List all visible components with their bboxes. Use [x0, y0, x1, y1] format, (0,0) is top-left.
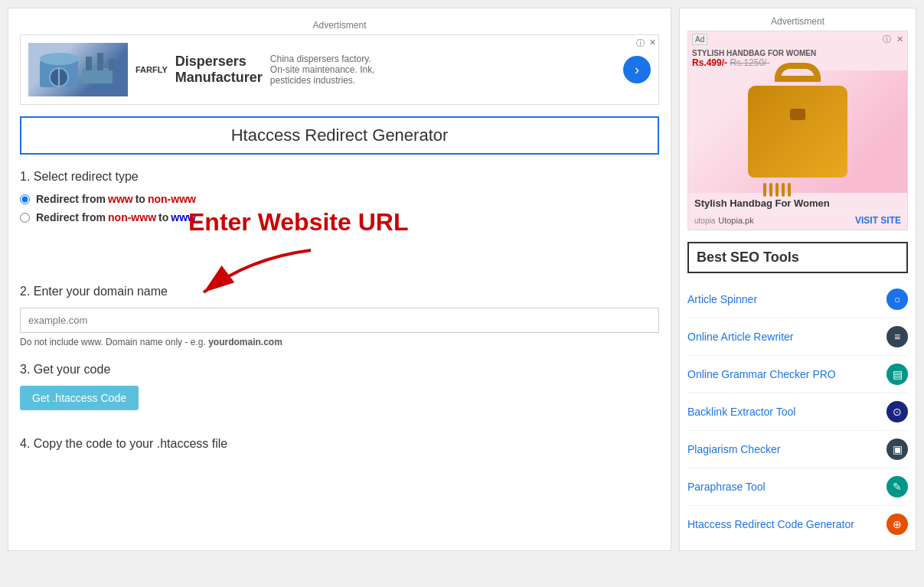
sidebar-ad-image — [688, 70, 907, 193]
tool-icon: ≡ — [886, 326, 908, 347]
sidebar-ad-brand: utopia Utopia.pk — [694, 216, 754, 225]
brand-logo-icon: utopia — [694, 217, 715, 225]
main-ad-banner: ⓘ ✕ FARFLY — [20, 34, 659, 105]
sidebar-ad-new-price: Rs.499/- — [692, 57, 727, 68]
tool-name[interactable]: Paraphrase Tool — [687, 481, 766, 493]
ad-description: China dispersers factory. On-site mainte… — [270, 54, 623, 86]
main-form: 1. Select redirect type Redirect from ww… — [20, 170, 659, 451]
domain-hint: Do not include www. Domain name only - e… — [20, 337, 659, 347]
page-title-box: Htaccess Redirect Generator — [20, 116, 659, 155]
ad-desc-line3: pesticides industries. — [270, 75, 355, 86]
handbag-clasp — [790, 109, 805, 120]
seo-tool-item[interactable]: Backlink Extractor Tool⊙ — [687, 393, 908, 431]
handbag-body — [748, 86, 847, 178]
ad-desc-line1: China dispersers factory. — [270, 54, 371, 64]
domain-input[interactable] — [20, 308, 659, 333]
seo-tools-title: Best SEO Tools — [697, 249, 899, 266]
radio1-before: Redirect from — [36, 193, 106, 205]
seo-tool-item[interactable]: Article Spinner○ — [687, 281, 908, 318]
brand-name: Utopia.pk — [718, 216, 753, 225]
sidebar-ad: Ad ⓘ ✕ STYLISH HANDBAG FOR WOMEN Rs.499/… — [687, 31, 908, 230]
ad-desc-line2: On-site maintenance. Ink, — [270, 64, 375, 75]
tool-name[interactable]: Online Grammar Checker PRO — [687, 368, 836, 380]
sidebar-ad-info-icon[interactable]: ⓘ — [883, 34, 891, 44]
section-get-code: 3. Get your code Get .htaccess Code — [20, 363, 659, 422]
ad-image — [28, 43, 128, 96]
ad-info-icon[interactable]: ⓘ — [636, 38, 645, 49]
sidebar-ad-controls: ⓘ ✕ — [883, 34, 903, 45]
svg-rect-6 — [97, 53, 103, 70]
page-title: Htaccess Redirect Generator — [29, 126, 650, 145]
svg-point-1 — [40, 53, 78, 65]
tool-icon: ✎ — [886, 476, 908, 497]
radio2-before: Redirect from — [36, 211, 106, 223]
radio1-to: to — [135, 193, 145, 205]
ad-close-icon[interactable]: ✕ — [649, 38, 656, 47]
radio-www-to-nonwww[interactable] — [20, 194, 30, 204]
radio2-www: www — [171, 211, 196, 223]
ad-title-line2: Manufacturer — [175, 70, 263, 86]
sidebar-ad-product-name: STYLISH HANDBAG FOR WOMEN — [688, 47, 907, 57]
ad-product-image — [28, 43, 128, 96]
radio2-nonwww: non-www — [108, 211, 156, 223]
tool-icon: ○ — [886, 289, 908, 310]
seo-tool-item[interactable]: Online Article Rewriter≡ — [687, 318, 908, 356]
sidebar-ad-bottom: utopia Utopia.pk VISIT SITE — [688, 210, 907, 230]
seo-tool-item[interactable]: Paraphrase Tool✎ — [687, 468, 908, 506]
tool-icon: ▣ — [886, 439, 908, 460]
section-copy-code: 4. Copy the code to your .htaccess file — [20, 437, 659, 451]
seo-tools-list: Article Spinner○Online Article Rewriter≡… — [687, 281, 908, 543]
ad-arrow-button[interactable]: › — [623, 56, 651, 83]
svg-rect-7 — [109, 59, 115, 70]
sidebar-ad-top: Ad ⓘ ✕ — [688, 31, 907, 47]
section4-title: 4. Copy the code to your .htaccess file — [20, 437, 659, 451]
section1-title: 1. Select redirect type — [20, 170, 659, 184]
get-code-button[interactable]: Get .htaccess Code — [20, 386, 139, 410]
seo-tool-item[interactable]: Plagiarism Checker▣ — [687, 431, 908, 468]
page-wrapper: Advertisment ⓘ ✕ — [0, 0, 924, 559]
domain-hint-example: yourdomain.com — [208, 337, 282, 347]
main-ad-label: Advertisment — [20, 20, 659, 31]
tool-name[interactable]: Htaccess Redirect Code Generator — [687, 518, 854, 530]
handbag-handle — [775, 63, 821, 82]
radio1-nonwww: non-www — [148, 193, 196, 205]
radio-nonwww-to-www[interactable] — [20, 213, 30, 223]
section3-title: 3. Get your code — [20, 363, 659, 377]
radio-www-to-nonwww-label[interactable]: Redirect from www to non-www — [20, 193, 659, 205]
sidebar-ad-close-icon[interactable]: ✕ — [896, 34, 903, 44]
domain-hint-before: Do not include www. Domain name only - e… — [20, 337, 206, 347]
sidebar-ad-old-price: Rs.1250/- — [730, 57, 769, 68]
radio2-to: to — [158, 211, 168, 223]
tool-name[interactable]: Article Spinner — [687, 293, 757, 305]
sidebar-ad-title: Stylish Handbag For Women — [688, 193, 907, 210]
seo-tools-box: Best SEO Tools — [687, 242, 908, 273]
radio-nonwww-to-www-label[interactable]: Redirect from non-www to www — [20, 211, 659, 223]
section2-title: 2. Enter your domain name — [20, 285, 659, 298]
tool-name[interactable]: Online Article Rewriter — [687, 331, 794, 343]
seo-tool-item[interactable]: Online Grammar Checker PRO▤ — [687, 356, 908, 393]
ad-title-block: Dispersers Manufacturer — [175, 54, 263, 86]
main-content: Advertisment ⓘ ✕ — [8, 8, 671, 551]
seo-tool-item[interactable]: Htaccess Redirect Code Generator⊕ — [687, 506, 908, 543]
handbag-fringe — [763, 183, 791, 197]
redirect-type-group: Redirect from www to non-www Redirect fr… — [20, 193, 659, 223]
ad-title-line1: Dispersers — [175, 54, 263, 70]
sidebar-ad-label: Advertisment — [687, 16, 908, 27]
visit-site-button[interactable]: VISIT SITE — [855, 215, 901, 226]
tool-name[interactable]: Plagiarism Checker — [687, 443, 780, 455]
section-domain-name: Enter Website URL 2. Enter your domain n… — [20, 285, 659, 347]
sidebar-ad-badge: Ad — [692, 34, 707, 45]
tool-icon: ▤ — [886, 364, 908, 385]
svg-rect-5 — [86, 57, 92, 70]
tool-name[interactable]: Backlink Extractor Tool — [687, 406, 795, 418]
sidebar: Advertisment Ad ⓘ ✕ STYLISH HANDBAG FOR … — [679, 8, 916, 551]
section-redirect-type: 1. Select redirect type Redirect from ww… — [20, 170, 659, 223]
tool-icon: ⊕ — [886, 514, 908, 535]
radio1-www: www — [108, 193, 133, 205]
tool-icon: ⊙ — [886, 401, 908, 422]
ad-company-logo: FARFLY — [135, 65, 168, 74]
